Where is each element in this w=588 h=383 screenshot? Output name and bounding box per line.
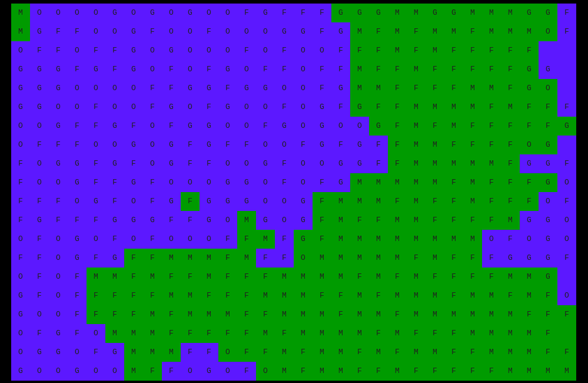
grid-cell: F bbox=[143, 98, 162, 117]
grid-cell: F bbox=[11, 173, 30, 192]
grid-cell: O bbox=[294, 41, 313, 60]
grid-cell: G bbox=[124, 173, 143, 192]
grid-cell: F bbox=[237, 343, 256, 362]
grid-cell: O bbox=[87, 79, 105, 98]
grid-cell: O bbox=[275, 136, 294, 154]
grid-cell: F bbox=[218, 249, 237, 268]
grid-cell: O bbox=[200, 173, 218, 192]
grid-cell: F bbox=[313, 230, 331, 249]
grid-cell: F bbox=[256, 305, 275, 324]
grid-cell: G bbox=[256, 4, 275, 22]
grid-cell: O bbox=[30, 154, 49, 173]
grid-cell: F bbox=[218, 286, 237, 305]
grid-cell: M bbox=[407, 4, 426, 22]
grid-cell: M bbox=[350, 230, 369, 249]
grid-cell: G bbox=[539, 173, 557, 192]
grid-cell: M bbox=[388, 173, 407, 192]
grid-cell: O bbox=[87, 4, 105, 22]
grid-cell: F bbox=[124, 268, 143, 286]
grid-cell: F bbox=[444, 173, 463, 192]
grid-cell: O bbox=[11, 343, 30, 362]
grid-cell: F bbox=[331, 60, 350, 79]
grid-cell: F bbox=[501, 41, 520, 60]
grid-cell: O bbox=[256, 98, 275, 117]
grid-cell: G bbox=[11, 98, 30, 117]
grid-cell: M bbox=[350, 324, 369, 343]
grid-cell: M bbox=[463, 173, 482, 192]
grid-cell: F bbox=[200, 343, 218, 362]
grid-cell: G bbox=[218, 60, 237, 79]
grid-cell: F bbox=[181, 343, 200, 362]
grid-cell: O bbox=[237, 22, 256, 41]
grid-cell: F bbox=[143, 286, 162, 305]
grid-cell: M bbox=[275, 305, 294, 324]
grid-cell: O bbox=[124, 230, 143, 249]
grid-cell: M bbox=[124, 362, 143, 381]
grid-cell: M bbox=[331, 211, 350, 230]
grid-cell: F bbox=[313, 192, 331, 211]
grid-cell: F bbox=[68, 136, 87, 154]
grid-cell: F bbox=[482, 362, 501, 381]
grid-cell: F bbox=[501, 230, 520, 249]
grid-cell: M bbox=[482, 305, 501, 324]
grid-cell: O bbox=[11, 230, 30, 249]
grid-cell: M bbox=[275, 343, 294, 362]
grid-cell: G bbox=[143, 211, 162, 230]
grid-cell: M bbox=[407, 343, 426, 362]
grid-cell bbox=[557, 136, 576, 154]
grid-cell: G bbox=[181, 4, 200, 22]
grid-cell: G bbox=[331, 4, 350, 22]
grid-cell: M bbox=[482, 22, 501, 41]
grid-cell: M bbox=[463, 98, 482, 117]
grid-cell: F bbox=[143, 79, 162, 98]
grid-cell: G bbox=[331, 79, 350, 98]
grid-cell bbox=[557, 268, 576, 286]
grid-cell: M bbox=[331, 343, 350, 362]
grid-cell: G bbox=[143, 4, 162, 22]
grid-cell: G bbox=[275, 117, 294, 136]
grid-cell: G bbox=[256, 211, 275, 230]
grid-cell: O bbox=[181, 41, 200, 60]
grid-cell: F bbox=[200, 324, 218, 343]
grid-cell: G bbox=[313, 117, 331, 136]
grid-cell: G bbox=[105, 117, 124, 136]
grid-cell: F bbox=[426, 192, 444, 211]
grid-cell: F bbox=[237, 305, 256, 324]
grid-cell: O bbox=[520, 230, 539, 249]
grid-cell: M bbox=[444, 117, 463, 136]
grid-cell: F bbox=[162, 117, 181, 136]
grid-cell: G bbox=[11, 79, 30, 98]
grid-cell: F bbox=[520, 117, 539, 136]
grid-cell: O bbox=[331, 117, 350, 136]
grid-cell bbox=[557, 41, 576, 60]
grid-cell: M bbox=[388, 362, 407, 381]
grid-cell: F bbox=[520, 98, 539, 117]
grid-cell: O bbox=[11, 136, 30, 154]
grid-cell: F bbox=[275, 249, 294, 268]
grid-cell: M bbox=[369, 305, 388, 324]
grid-cell: O bbox=[218, 154, 237, 173]
grid-cell: F bbox=[143, 230, 162, 249]
grid-cell: M bbox=[350, 22, 369, 41]
grid-cell bbox=[539, 41, 557, 60]
grid-cell: F bbox=[181, 324, 200, 343]
grid-cell: F bbox=[181, 268, 200, 286]
grid-cell: F bbox=[68, 324, 87, 343]
grid-cell: F bbox=[557, 192, 576, 211]
grid-cell: M bbox=[181, 249, 200, 268]
grid-cell: M bbox=[426, 154, 444, 173]
grid-cell: F bbox=[237, 41, 256, 60]
grid-cell: G bbox=[520, 249, 539, 268]
grid-cell: F bbox=[124, 154, 143, 173]
grid-cell: M bbox=[388, 249, 407, 268]
grid-cell: M bbox=[426, 230, 444, 249]
grid-cell: O bbox=[11, 324, 30, 343]
grid-cell: F bbox=[444, 362, 463, 381]
grid-cell: O bbox=[49, 268, 68, 286]
grid-cell: O bbox=[200, 41, 218, 60]
grid-cell: F bbox=[30, 268, 49, 286]
grid-cell: G bbox=[200, 362, 218, 381]
grid-cell: O bbox=[181, 60, 200, 79]
grid-cell: O bbox=[49, 4, 68, 22]
grid-cell: M bbox=[444, 22, 463, 41]
